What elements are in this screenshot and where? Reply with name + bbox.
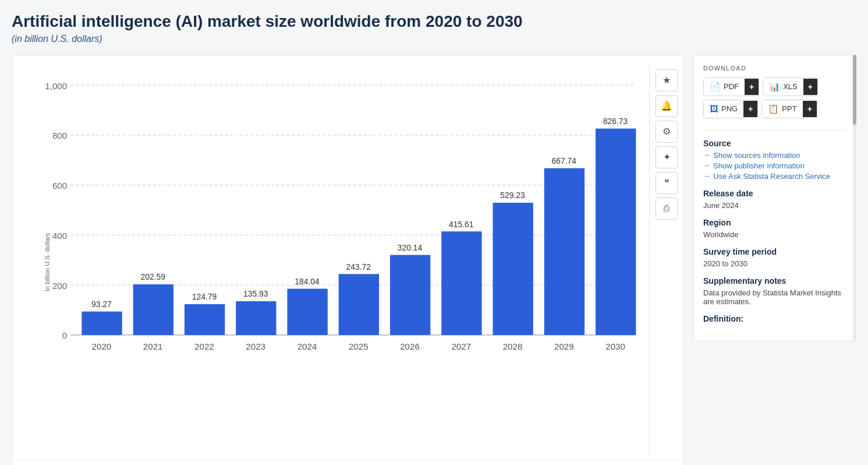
svg-rect-28 bbox=[339, 274, 379, 335]
xls-download-button[interactable]: 📊 XLS + bbox=[763, 78, 818, 96]
svg-text:320.14: 320.14 bbox=[398, 243, 423, 252]
arrow-icon-3: → bbox=[703, 172, 710, 180]
release-date-label: Release date bbox=[703, 189, 846, 198]
svg-rect-37 bbox=[493, 203, 533, 335]
chart-container: In billion U.S. dollars 0 200 bbox=[12, 55, 684, 465]
ppt-plus[interactable]: + bbox=[803, 101, 817, 117]
chart-toolbar: ★ 🔔 ⚙ ✦ ❝ ⎙ bbox=[649, 65, 683, 455]
ppt-btn-main: 📋 PPT bbox=[762, 100, 802, 118]
svg-rect-19 bbox=[185, 304, 225, 335]
show-publisher-information-text: Show publisher information bbox=[713, 161, 805, 170]
chart-inner: In billion U.S. dollars 0 200 bbox=[12, 65, 649, 455]
ppt-download-button[interactable]: 📋 PPT + bbox=[761, 100, 817, 118]
page-title: Artificial intelligence (AI) market size… bbox=[12, 12, 856, 31]
svg-text:415.61: 415.61 bbox=[449, 219, 474, 228]
svg-text:2024: 2024 bbox=[297, 341, 317, 351]
share-icon: ✦ bbox=[663, 152, 671, 163]
source-label: Source bbox=[703, 139, 846, 148]
bell-icon: 🔔 bbox=[661, 100, 672, 111]
show-sources-information-text: Show sources information bbox=[713, 151, 800, 160]
xls-icon: 📊 bbox=[769, 82, 780, 92]
svg-rect-31 bbox=[390, 255, 430, 334]
star-icon: ★ bbox=[662, 75, 671, 86]
region-value: Worldwide bbox=[703, 230, 846, 239]
cite-button[interactable]: ❝ bbox=[656, 172, 678, 194]
definition-section: Definition: bbox=[703, 314, 846, 323]
png-download-button[interactable]: 🖼 PNG + bbox=[703, 100, 758, 118]
svg-text:2030: 2030 bbox=[605, 341, 625, 351]
show-publisher-information-link[interactable]: → Show publisher information bbox=[703, 161, 846, 170]
print-icon: ⎙ bbox=[664, 203, 669, 214]
download-title: DOWNLOAD bbox=[703, 65, 846, 72]
pdf-icon: 📄 bbox=[710, 82, 721, 92]
arrow-icon-2: → bbox=[703, 161, 710, 170]
chart-footer: i Additional Information © Statista 2024… bbox=[12, 459, 683, 465]
svg-text:667.74: 667.74 bbox=[552, 156, 577, 165]
page-subtitle: (in billion U.S. dollars) bbox=[12, 34, 856, 44]
show-sources-information-link[interactable]: → Show sources information bbox=[703, 151, 846, 160]
svg-text:2021: 2021 bbox=[143, 341, 163, 351]
xls-plus[interactable]: + bbox=[803, 79, 817, 95]
survey-time-period-value: 2020 to 2030 bbox=[703, 259, 846, 268]
pdf-label: PDF bbox=[724, 82, 739, 91]
supplementary-notes-value: Data provided by Statista Market Insight… bbox=[703, 288, 846, 306]
survey-time-period-section: Survey time period 2020 to 2030 bbox=[703, 247, 846, 268]
svg-text:400: 400 bbox=[52, 230, 67, 240]
supplementary-notes-section: Supplementary notes Data provided by Sta… bbox=[703, 276, 846, 306]
png-plus[interactable]: + bbox=[743, 101, 757, 117]
source-section: Source → Show sources information → Show… bbox=[703, 139, 846, 181]
svg-text:124.79: 124.79 bbox=[192, 292, 217, 301]
png-btn-main: 🖼 PNG bbox=[704, 100, 743, 117]
pdf-download-button[interactable]: 📄 PDF + bbox=[703, 78, 759, 96]
release-date-value: June 2024 bbox=[703, 201, 846, 210]
share-button[interactable]: ✦ bbox=[656, 146, 678, 168]
svg-rect-34 bbox=[441, 231, 481, 335]
region-label: Region bbox=[703, 218, 846, 227]
svg-text:243.72: 243.72 bbox=[346, 262, 371, 271]
png-icon: 🖼 bbox=[710, 104, 718, 114]
svg-text:135.93: 135.93 bbox=[243, 289, 268, 298]
bookmark-button[interactable]: ★ bbox=[656, 69, 678, 91]
definition-label: Definition: bbox=[703, 314, 846, 323]
svg-text:2029: 2029 bbox=[554, 341, 574, 351]
svg-text:2022: 2022 bbox=[194, 341, 214, 351]
svg-rect-22 bbox=[236, 301, 276, 335]
pdf-btn-main: 📄 PDF bbox=[704, 78, 745, 96]
scrollbar-thumb[interactable] bbox=[853, 55, 856, 125]
png-label: PNG bbox=[721, 104, 738, 113]
main-layout: In billion U.S. dollars 0 200 bbox=[12, 55, 856, 465]
svg-text:2027: 2027 bbox=[451, 341, 471, 351]
download-buttons: 📄 PDF + 📊 XLS + 🖼 bbox=[703, 78, 846, 118]
ppt-label: PPT bbox=[782, 104, 796, 113]
supplementary-notes-label: Supplementary notes bbox=[703, 276, 846, 286]
svg-text:2025: 2025 bbox=[349, 341, 369, 351]
print-button[interactable]: ⎙ bbox=[656, 198, 678, 220]
release-date-section: Release date June 2024 bbox=[703, 189, 846, 210]
svg-rect-25 bbox=[287, 288, 327, 334]
pdf-plus[interactable]: + bbox=[745, 79, 759, 95]
divider-1 bbox=[703, 130, 846, 131]
sidebar: DOWNLOAD 📄 PDF + 📊 XLS + bbox=[693, 55, 856, 341]
svg-text:2023: 2023 bbox=[246, 341, 265, 351]
svg-text:800: 800 bbox=[52, 131, 67, 140]
survey-time-period-label: Survey time period bbox=[703, 247, 846, 256]
ask-statista-link[interactable]: → Use Ask Statista Research Service bbox=[703, 172, 846, 181]
chart-svg-wrapper: In billion U.S. dollars 0 200 bbox=[41, 71, 643, 455]
svg-text:2026: 2026 bbox=[400, 341, 420, 351]
alert-button[interactable]: 🔔 bbox=[656, 95, 678, 117]
y-axis-label: In billion U.S. dollars bbox=[44, 233, 51, 291]
settings-icon: ⚙ bbox=[662, 126, 671, 137]
svg-rect-13 bbox=[82, 311, 122, 334]
svg-text:184.04: 184.04 bbox=[295, 277, 320, 286]
svg-text:2020: 2020 bbox=[92, 341, 112, 351]
svg-text:600: 600 bbox=[52, 181, 67, 191]
svg-text:200: 200 bbox=[52, 280, 67, 290]
chart-area: In billion U.S. dollars 0 200 bbox=[12, 65, 683, 455]
download-section: DOWNLOAD 📄 PDF + 📊 XLS + bbox=[703, 65, 846, 118]
svg-text:0: 0 bbox=[62, 330, 67, 340]
ppt-icon: 📋 bbox=[768, 104, 779, 114]
ask-statista-text: Use Ask Statista Research Service bbox=[713, 172, 830, 181]
scrollbar-track[interactable] bbox=[853, 55, 856, 341]
settings-button[interactable]: ⚙ bbox=[656, 121, 678, 143]
svg-text:2028: 2028 bbox=[503, 341, 523, 351]
